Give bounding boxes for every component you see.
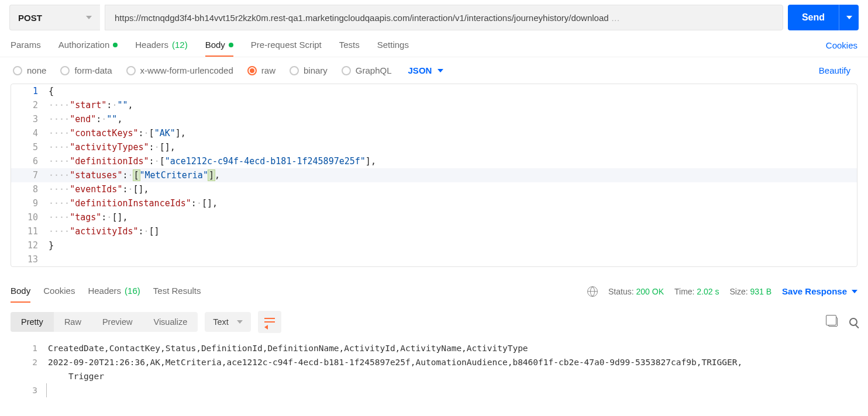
wrap-lines-button[interactable]: [258, 311, 281, 333]
body-type-binary[interactable]: binary: [290, 65, 328, 75]
status-label: Status:: [608, 287, 634, 296]
request-url-input[interactable]: https://mctnqdgd3f4-bh14vvt15r2kzk0m.res…: [105, 5, 783, 30]
response-status: Status: 200 OK: [608, 287, 664, 296]
request-body-editor[interactable]: 1{ 2····"start":·"", 3····"end":·"", 4··…: [11, 84, 857, 267]
response-tab-headers[interactable]: Headers (16): [88, 286, 140, 303]
response-body-viewer[interactable]: 1CreatedDate,ContactKey,Status,Definitio…: [11, 341, 857, 397]
view-preview-button[interactable]: Preview: [92, 312, 143, 332]
body-type-raw-label: raw: [261, 65, 275, 75]
body-type-urlencoded[interactable]: x-www-form-urlencoded: [126, 65, 233, 75]
raw-language-select[interactable]: JSON: [408, 65, 444, 75]
tab-prerequest[interactable]: Pre-request Script: [251, 40, 322, 57]
view-visualize-button[interactable]: Visualize: [143, 312, 198, 332]
tab-headers-count: (12): [172, 40, 188, 50]
tab-authorization-label: Authorization: [58, 40, 110, 50]
radio-icon: [60, 66, 70, 75]
body-type-urlencoded-label: x-www-form-urlencoded: [140, 65, 233, 75]
body-type-none-label: none: [27, 65, 46, 75]
response-size: Size: 931 B: [730, 287, 772, 296]
body-type-none[interactable]: none: [13, 65, 46, 75]
http-method-value: POST: [18, 13, 42, 23]
radio-icon: [13, 66, 22, 75]
response-tab-headers-label: Headers: [88, 286, 121, 296]
tab-tests[interactable]: Tests: [339, 40, 360, 57]
size-value: 931 B: [750, 287, 772, 296]
radio-icon: [342, 66, 351, 75]
status-value: 200 OK: [636, 287, 664, 296]
request-url-value: https://mctnqdgd3f4-bh14vvt15r2kzk0m.res…: [115, 13, 609, 23]
cookies-link[interactable]: Cookies: [826, 40, 857, 56]
chevron-down-icon: [237, 320, 243, 324]
http-method-select[interactable]: POST: [9, 5, 100, 30]
body-type-form-data[interactable]: form-data: [60, 65, 112, 75]
response-tab-test-results[interactable]: Test Results: [153, 286, 201, 303]
search-icon[interactable]: [849, 318, 857, 326]
url-ellipsis: …: [611, 13, 620, 23]
response-format-value: Text: [213, 317, 229, 327]
tab-body[interactable]: Body: [205, 40, 233, 57]
save-response-button[interactable]: Save Response: [782, 286, 857, 296]
tab-body-label: Body: [205, 40, 225, 50]
beautify-link[interactable]: Beautify: [819, 65, 855, 75]
radio-icon: [126, 66, 136, 75]
tab-params[interactable]: Params: [11, 40, 41, 57]
time-label: Time:: [674, 287, 694, 296]
chevron-down-icon: [438, 69, 443, 72]
response-line: CreatedDate,ContactKey,Status,Definition…: [48, 341, 857, 355]
chevron-down-icon: [86, 16, 92, 19]
response-line: [46, 383, 857, 397]
tab-headers[interactable]: Headers (12): [135, 40, 187, 57]
send-button[interactable]: Send: [788, 5, 839, 30]
tab-headers-label: Headers: [135, 40, 168, 50]
wrap-icon: [264, 318, 275, 326]
copy-icon[interactable]: [828, 317, 838, 327]
body-type-form-data-label: form-data: [74, 65, 112, 75]
tab-settings[interactable]: Settings: [377, 40, 409, 57]
radio-icon: [290, 66, 299, 75]
response-view-segmented: Pretty Raw Preview Visualize: [11, 312, 198, 332]
body-type-raw[interactable]: raw: [247, 65, 275, 75]
body-type-binary-label: binary: [304, 65, 328, 75]
body-type-graphql-label: GraphQL: [356, 65, 392, 75]
response-line: Trigger: [48, 369, 857, 383]
response-tab-headers-count: (16): [125, 286, 140, 296]
time-value: 2.02 s: [697, 287, 719, 296]
view-pretty-button[interactable]: Pretty: [11, 312, 54, 332]
save-response-label: Save Response: [782, 286, 847, 296]
tab-authorization[interactable]: Authorization: [58, 40, 118, 57]
chevron-down-icon: [852, 290, 857, 293]
raw-language-value: JSON: [408, 65, 432, 75]
response-time: Time: 2.02 s: [674, 287, 719, 296]
response-tab-body[interactable]: Body: [11, 286, 30, 303]
response-format-select[interactable]: Text: [205, 312, 251, 332]
chevron-down-icon: [846, 16, 852, 19]
globe-icon[interactable]: [587, 286, 598, 297]
body-type-graphql[interactable]: GraphQL: [342, 65, 392, 75]
status-dot-icon: [113, 43, 118, 47]
radio-icon: [247, 66, 257, 75]
response-line: 2022-09-20T21:26:36,AK,MetCriteria,ace12…: [48, 355, 857, 369]
size-label: Size:: [730, 287, 748, 296]
response-tab-cookies[interactable]: Cookies: [43, 286, 75, 303]
status-dot-icon: [229, 43, 233, 47]
send-dropdown-button[interactable]: [839, 5, 859, 30]
view-raw-button[interactable]: Raw: [54, 312, 92, 332]
